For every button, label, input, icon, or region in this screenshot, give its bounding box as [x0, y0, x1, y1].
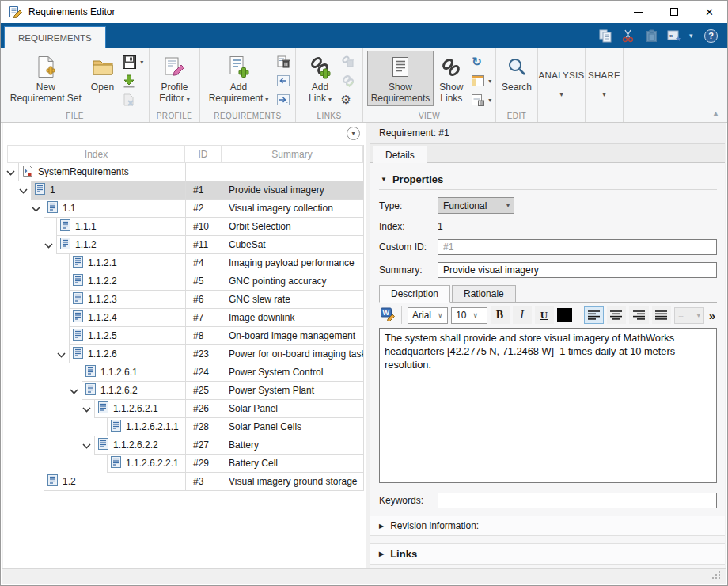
promote-requirement-button[interactable]: [277, 73, 290, 89]
chevron-down-icon[interactable]: [32, 204, 40, 215]
align-left-button[interactable]: [584, 306, 604, 324]
paste-icon[interactable]: [643, 28, 659, 44]
cut-icon[interactable]: [620, 28, 636, 44]
tab-details[interactable]: Details: [373, 146, 427, 163]
align-center-button[interactable]: [607, 306, 627, 324]
refresh-button[interactable]: ↻: [472, 54, 491, 70]
column-header-id[interactable]: ID: [184, 146, 221, 162]
display-options-caret-icon[interactable]: ▾: [488, 97, 491, 104]
open-button[interactable]: Open: [87, 51, 118, 95]
columns-view-button[interactable]: ▾: [472, 73, 491, 89]
chevron-down-icon[interactable]: [70, 386, 78, 397]
chevron-down-icon[interactable]: [44, 240, 53, 251]
table-row[interactable]: 1.1.2.6 #23 Power for on-board imaging t…: [7, 345, 363, 363]
table-row[interactable]: 1.1.2.6.2.1.1 #28 Solar Panel Cells: [7, 418, 363, 436]
table-row[interactable]: 1.1.1 #10 Orbit Selection: [7, 218, 363, 236]
check-link-button[interactable]: [341, 73, 355, 89]
collapse-ribbon-icon[interactable]: ▲: [712, 109, 719, 117]
demote-requirement-icon: [277, 94, 290, 105]
table-row[interactable]: 1.1.2.6.2 #25 Power System Plant: [7, 382, 363, 400]
show-links-icon: [440, 53, 462, 82]
summary-field[interactable]: [438, 262, 717, 278]
table-row[interactable]: 1.1.2.5 #8 On-board image management: [7, 327, 363, 345]
column-header-index[interactable]: Index: [8, 146, 184, 162]
bold-button[interactable]: B: [491, 306, 510, 324]
chevron-down-icon[interactable]: [82, 440, 91, 451]
save-caret-icon[interactable]: ▾: [140, 59, 143, 66]
table-row[interactable]: 1.1.2.6.2.1 #26 Solar Panel: [7, 400, 363, 418]
text-color-swatch[interactable]: [557, 308, 573, 322]
table-row[interactable]: 1.1.2.3 #6 GNC slew rate: [7, 291, 363, 309]
maximize-button[interactable]: [656, 1, 692, 23]
column-header-summary[interactable]: Summary: [221, 146, 362, 162]
import-button[interactable]: [123, 73, 143, 89]
ribbon-tab-bar: REQUIREMENTS » ▾ ?: [1, 23, 727, 48]
display-options-button[interactable]: ▾: [472, 92, 491, 108]
chevron-down-icon[interactable]: [19, 185, 28, 196]
font-size-dropdown[interactable]: 10 ∨: [451, 307, 487, 324]
tab-requirements[interactable]: REQUIREMENTS: [4, 26, 106, 48]
chevron-down-icon[interactable]: [6, 167, 15, 178]
share-dropdown-button[interactable]: SHARE ▾: [582, 51, 627, 117]
delete-requirement-icon: [277, 55, 290, 69]
show-requirements-button[interactable]: Show Requirements: [367, 51, 434, 106]
align-right-button[interactable]: [629, 306, 649, 324]
align-center-icon: [610, 310, 622, 320]
profile-editor-button[interactable]: Profile Editor▾: [155, 51, 193, 108]
table-row[interactable]: 1.1 #2 Visual imagery collection: [7, 200, 363, 218]
type-dropdown[interactable]: Functional ▾: [438, 197, 514, 214]
save-button[interactable]: ▾: [123, 54, 143, 70]
row-index: 1.1.2.6.2.1.1: [126, 421, 179, 432]
underline-button[interactable]: U: [535, 306, 554, 324]
keywords-field[interactable]: [438, 493, 717, 508]
font-family-dropdown[interactable]: Arial ∨: [408, 307, 448, 324]
row-index: 1.1.2.6.2.1: [113, 403, 158, 414]
description-textarea[interactable]: The system shall provide and store visua…: [379, 328, 717, 483]
tab-description[interactable]: Description: [379, 285, 450, 303]
copy-icon[interactable]: [597, 28, 613, 44]
favorites-icon[interactable]: »: [666, 28, 682, 44]
revision-information-section-header[interactable]: ▶ Revision information:: [370, 516, 725, 536]
italic-button[interactable]: I: [513, 306, 532, 324]
show-links-button[interactable]: Show Links: [435, 51, 467, 106]
close-button[interactable]: ✕: [692, 1, 727, 23]
list-style-dropdown[interactable]: -- ▾: [674, 307, 703, 324]
requirements-table: Index ID Summary SystemRequirements 1 #1…: [7, 145, 364, 491]
table-row[interactable]: 1.1.2.6.2.2.1 #29 Battery Cell: [7, 455, 363, 473]
link-settings-button[interactable]: ⚙: [341, 92, 355, 108]
table-row[interactable]: SystemRequirements: [7, 163, 363, 181]
maximize-icon: [670, 8, 678, 16]
help-icon[interactable]: ?: [704, 29, 718, 43]
table-row[interactable]: 1 #1 Provide visual imagery: [7, 181, 363, 200]
properties-section-header[interactable]: ▼ Properties: [379, 169, 717, 190]
new-requirement-set-button[interactable]: New Requirement Set: [6, 51, 85, 106]
resize-grip[interactable]: [712, 570, 720, 581]
close-requirement-set-button[interactable]: [123, 92, 143, 108]
word-import-icon[interactable]: W: [381, 307, 396, 323]
minimize-button[interactable]: [620, 1, 656, 23]
delete-link-button[interactable]: [341, 54, 355, 70]
add-link-button[interactable]: Add Link▾: [305, 51, 336, 108]
table-row[interactable]: 1.1.2.1 #4 Imaging payload performance: [7, 254, 363, 272]
demote-requirement-button[interactable]: [277, 92, 290, 108]
links-section-header[interactable]: ▶ Links: [370, 543, 725, 565]
table-row[interactable]: 1.1.2.2 #5 GNC pointing accuracy: [7, 272, 363, 291]
chevron-down-icon[interactable]: [82, 404, 91, 415]
table-row[interactable]: 1.1.2.4 #7 Image downlink: [7, 309, 363, 327]
chevron-down-icon[interactable]: [57, 349, 66, 360]
align-justify-button[interactable]: [652, 306, 672, 324]
index-value: 1: [438, 221, 443, 232]
columns-caret-icon[interactable]: ▾: [488, 78, 491, 85]
toolbar-overflow-icon[interactable]: »: [709, 309, 715, 322]
custom-id-field[interactable]: [438, 239, 717, 255]
table-row[interactable]: 1.1.2 #11 CubeSat: [7, 236, 363, 254]
tab-rationale[interactable]: Rationale: [452, 285, 516, 303]
search-button[interactable]: Search: [498, 51, 536, 95]
delete-requirement-button[interactable]: [277, 54, 290, 70]
panel-collapse-button[interactable]: ▾: [347, 127, 360, 140]
table-row[interactable]: 1.1.2.6.1 #24 Power System Control: [7, 363, 363, 382]
quick-access-caret-icon[interactable]: ▾: [689, 32, 697, 40]
table-row[interactable]: 1.2 #3 Visual imagery ground storage: [7, 473, 363, 491]
table-row[interactable]: 1.1.2.6.2.2 #27 Battery: [7, 436, 363, 455]
add-requirement-button[interactable]: Add Requirement▾: [205, 51, 273, 108]
